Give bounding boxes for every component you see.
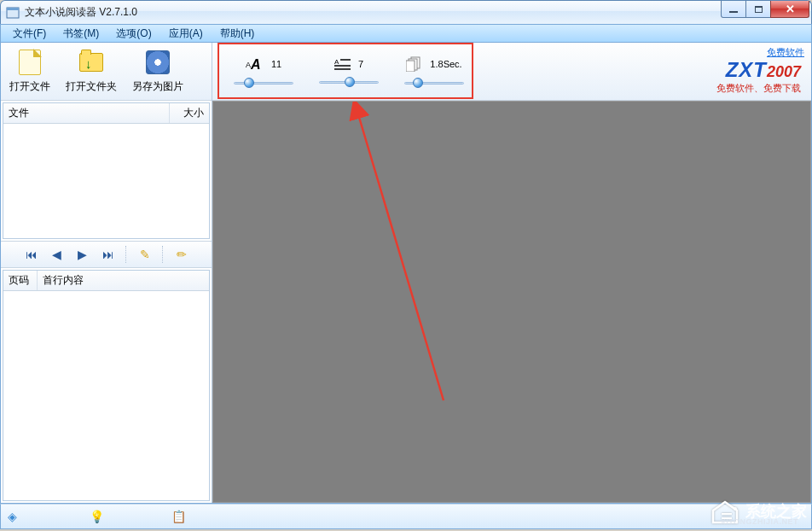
page-speed-slider[interactable] (404, 77, 464, 89)
page-col-content[interactable]: 首行内容 (38, 271, 209, 290)
open-file-button[interactable]: 打开文件 (6, 47, 54, 96)
sidebar-toolbar: 打开文件 ↓ 打开文件夹 另存为图片 (1, 43, 212, 101)
line-spacing-slider[interactable] (319, 76, 379, 88)
titlebar: 文本小说阅读器 V2.7.1.0 ✕ (0, 0, 812, 24)
page-list-header: 页码 首行内容 (3, 271, 209, 291)
annotation-arrow (213, 102, 802, 503)
viewer-area[interactable] (212, 101, 811, 503)
nav-separator (162, 246, 165, 263)
menu-options[interactable]: 选项(O) (107, 25, 160, 43)
nav-separator (125, 246, 128, 263)
brand-year: 2007 (767, 63, 801, 80)
close-button[interactable]: ✕ (770, 1, 809, 18)
menu-help[interactable]: 帮助(H) (212, 25, 264, 43)
file-icon (16, 49, 44, 76)
sidebar: 打开文件 ↓ 打开文件夹 另存为图片 文件 大小 ⏮ ◀ ▶ ⏭ ✎ (1, 43, 212, 503)
window-title: 文本小说阅读器 V2.7.1.0 (25, 5, 137, 20)
edit-button[interactable]: ✏ (171, 244, 193, 265)
window-buttons: ✕ (722, 1, 809, 18)
open-file-label: 打开文件 (9, 79, 50, 94)
main: 打开文件 ↓ 打开文件夹 另存为图片 文件 大小 ⏮ ◀ ▶ ⏭ ✎ (0, 43, 812, 504)
content: AA 11 A 7 (212, 43, 811, 503)
clipboard-icon[interactable]: 📋 (171, 510, 185, 523)
brand-subtitle: 免费软件、免费下载 (716, 82, 801, 95)
statusbar: ◈ 💡 📋 (0, 504, 812, 529)
highlight-button[interactable]: ✎ (134, 244, 156, 265)
brand-name: ZXT (726, 58, 767, 81)
nav-first-button[interactable]: ⏮ (20, 244, 43, 265)
menu-file[interactable]: 文件(F) (4, 25, 55, 43)
save-icon (144, 49, 171, 76)
free-software-link[interactable]: 免费软件 (767, 46, 804, 59)
brand-logo: ZXT2007 免费软件、免费下载 (716, 58, 801, 95)
menubar: 文件(F) 书签(M) 选项(O) 应用(A) 帮助(H) (0, 24, 812, 43)
file-list-body[interactable] (3, 124, 209, 239)
settings-bar: AA 11 A 7 (212, 43, 811, 101)
nav-last-button[interactable]: ⏭ (97, 244, 119, 265)
file-list-panel: 文件 大小 (3, 102, 210, 239)
bulb-icon[interactable]: 💡 (90, 510, 103, 523)
page-list-panel: 页码 首行内容 (3, 270, 210, 501)
save-image-label: 另存为图片 (132, 79, 183, 94)
file-col-name[interactable]: 文件 (3, 103, 170, 123)
info-icon[interactable]: ◈ (8, 510, 21, 523)
annotation-box (218, 43, 473, 99)
maximize-button[interactable] (745, 1, 771, 18)
nav-row: ⏮ ◀ ▶ ⏭ ✎ ✏ (1, 241, 212, 268)
open-folder-button[interactable]: ↓ 打开文件夹 (62, 47, 120, 96)
folder-icon: ↓ (78, 49, 105, 76)
font-size-slider[interactable] (234, 77, 293, 89)
file-col-size[interactable]: 大小 (170, 103, 209, 123)
svg-line-11 (358, 114, 444, 400)
minimize-button[interactable] (721, 1, 746, 18)
open-folder-label: 打开文件夹 (66, 79, 117, 94)
file-list-header: 文件 大小 (3, 103, 209, 124)
svg-rect-1 (7, 8, 19, 10)
page-col-num[interactable]: 页码 (3, 271, 38, 290)
menu-bookmark[interactable]: 书签(M) (55, 25, 107, 43)
app-icon (6, 6, 20, 20)
save-image-button[interactable]: 另存为图片 (129, 47, 187, 96)
nav-prev-button[interactable]: ◀ (46, 244, 68, 265)
menu-app[interactable]: 应用(A) (160, 25, 212, 43)
page-list-body[interactable] (3, 291, 209, 501)
nav-next-button[interactable]: ▶ (72, 244, 94, 265)
